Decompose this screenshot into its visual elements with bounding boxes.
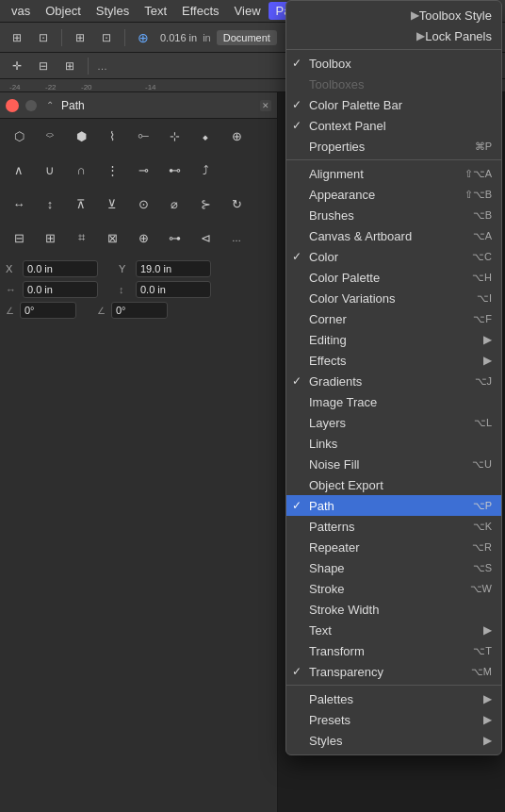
arrow-icon: ▶ bbox=[416, 29, 425, 42]
menu-separator-1 bbox=[286, 49, 501, 50]
menu-item-repeater[interactable]: Repeater ⌥R bbox=[286, 537, 501, 557]
menu-item-transparency[interactable]: ✓ Transparency ⌥M bbox=[286, 661, 501, 682]
menu-item-transform[interactable]: Transform ⌥T bbox=[286, 640, 501, 661]
check-icon: ✓ bbox=[292, 665, 301, 678]
menu-item-appearance[interactable]: Appearance ⇧⌥B bbox=[286, 184, 501, 205]
menu-item-toolboxes: Toolboxes bbox=[286, 74, 501, 94]
shortcut-label: ⌥J bbox=[475, 375, 493, 388]
menu-separator-3 bbox=[286, 685, 501, 686]
menu-item-effects[interactable]: Effects ▶ bbox=[286, 350, 501, 371]
menu-separator-2 bbox=[286, 159, 501, 160]
menu-item-stroke-width[interactable]: Stroke Width bbox=[286, 599, 501, 620]
shortcut-label: ⌥K bbox=[473, 521, 492, 533]
arrow-icon: ▶ bbox=[483, 713, 492, 726]
check-icon: ✓ bbox=[292, 57, 301, 70]
menu-item-toolbox-style[interactable]: ▶ Toolbox Style bbox=[286, 5, 501, 25]
panels-dropdown-menu: ▶ Toolbox Style ▶ Lock Panels ✓ Toolbox … bbox=[285, 0, 502, 755]
menu-item-palettes[interactable]: Palettes ▶ bbox=[286, 688, 501, 709]
menu-item-lock-panels[interactable]: ▶ Lock Panels bbox=[286, 25, 501, 46]
menu-item-color-palette-bar[interactable]: ✓ Color Palette Bar bbox=[286, 94, 501, 115]
arrow-icon: ▶ bbox=[483, 692, 492, 705]
shortcut-label: ⌥C bbox=[472, 251, 492, 263]
arrow-icon: ▶ bbox=[483, 333, 492, 346]
menu-item-color-palette[interactable]: Color Palette ⌥H bbox=[286, 267, 501, 288]
shortcut-label: ⌥I bbox=[477, 292, 492, 305]
menu-item-toolbox[interactable]: ✓ Toolbox bbox=[286, 53, 501, 74]
arrow-icon: ▶ bbox=[483, 734, 492, 747]
check-icon: ✓ bbox=[292, 250, 301, 263]
arrow-icon: ▶ bbox=[411, 8, 419, 22]
menu-item-stroke[interactable]: Stroke ⌥W bbox=[286, 578, 501, 599]
dropdown-overlay: ▶ Toolbox Style ▶ Lock Panels ✓ Toolbox … bbox=[0, 0, 505, 812]
arrow-icon: ▶ bbox=[483, 354, 492, 367]
shortcut-label: ⌥H bbox=[472, 272, 492, 284]
shortcut-label: ⇧⌥B bbox=[464, 189, 492, 201]
menu-item-shape[interactable]: Shape ⌥S bbox=[286, 557, 501, 578]
check-icon: ✓ bbox=[292, 499, 301, 512]
menu-item-text[interactable]: Text ▶ bbox=[286, 620, 501, 640]
shortcut-label: ⌘P bbox=[475, 141, 492, 153]
shortcut-label: ⌥P bbox=[473, 500, 492, 512]
shortcut-label: ⌥T bbox=[473, 645, 492, 657]
check-icon: ✓ bbox=[292, 98, 301, 111]
menu-item-path[interactable]: ✓ Path ⌥P bbox=[286, 495, 501, 516]
menu-item-corner[interactable]: Corner ⌥F bbox=[286, 308, 501, 329]
shortcut-label: ⌥A bbox=[473, 230, 492, 242]
menu-item-image-trace[interactable]: Image Trace bbox=[286, 391, 501, 412]
menu-item-layers[interactable]: Layers ⌥L bbox=[286, 412, 501, 433]
menu-item-canvas-artboard[interactable]: Canvas & Artboard ⌥A bbox=[286, 225, 501, 246]
menu-item-editing[interactable]: Editing ▶ bbox=[286, 329, 501, 350]
menu-item-brushes[interactable]: Brushes ⌥B bbox=[286, 205, 501, 225]
shortcut-label: ⌥R bbox=[472, 541, 492, 554]
shortcut-label: ⌥F bbox=[473, 313, 492, 325]
menu-item-styles[interactable]: Styles ▶ bbox=[286, 730, 501, 751]
menu-item-color[interactable]: ✓ Color ⌥C bbox=[286, 246, 501, 267]
shortcut-label: ⇧⌥A bbox=[464, 168, 492, 180]
menu-item-context-panel[interactable]: ✓ Context Panel bbox=[286, 115, 501, 136]
menu-item-gradients[interactable]: ✓ Gradients ⌥J bbox=[286, 371, 501, 391]
shortcut-label: ⌥U bbox=[472, 458, 492, 471]
check-icon: ✓ bbox=[292, 374, 301, 388]
shortcut-label: ⌥L bbox=[474, 417, 492, 429]
shortcut-label: ⌥S bbox=[473, 562, 492, 574]
menu-item-patterns[interactable]: Patterns ⌥K bbox=[286, 516, 501, 537]
shortcut-label: ⌥W bbox=[470, 583, 492, 595]
check-icon: ✓ bbox=[292, 119, 301, 132]
menu-item-properties[interactable]: Properties ⌘P bbox=[286, 136, 501, 157]
menu-item-links[interactable]: Links bbox=[286, 433, 501, 454]
menu-item-alignment[interactable]: Alignment ⇧⌥A bbox=[286, 163, 501, 184]
menu-item-noise-fill[interactable]: Noise Fill ⌥U bbox=[286, 454, 501, 474]
shortcut-label: ⌥M bbox=[471, 666, 492, 678]
menu-item-object-export[interactable]: Object Export bbox=[286, 474, 501, 495]
menu-item-color-variations[interactable]: Color Variations ⌥I bbox=[286, 288, 501, 308]
menu-item-presets[interactable]: Presets ▶ bbox=[286, 709, 501, 730]
arrow-icon: ▶ bbox=[483, 623, 492, 637]
shortcut-label: ⌥B bbox=[473, 209, 492, 222]
